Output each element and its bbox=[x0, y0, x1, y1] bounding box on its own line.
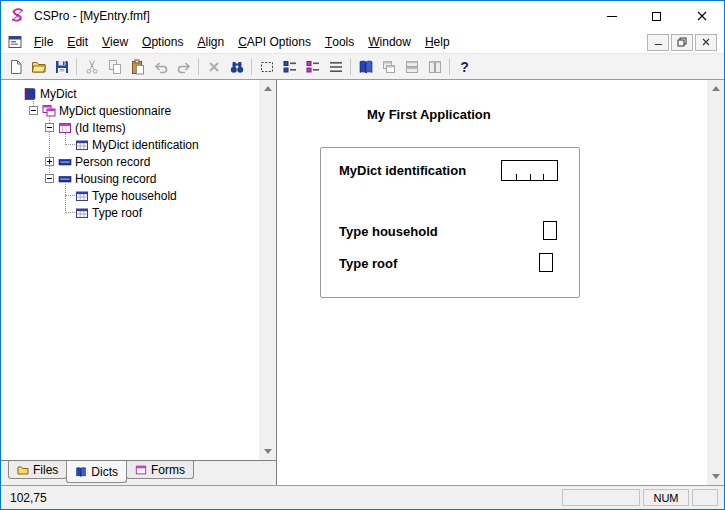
status-panes: NUM bbox=[562, 489, 718, 506]
form-canvas[interactable]: My First Application MyDict identificati… bbox=[277, 80, 707, 485]
forms-form-icon bbox=[135, 464, 147, 476]
maximize-button[interactable] bbox=[634, 1, 679, 31]
status-pane-empty bbox=[692, 489, 718, 506]
toolbar-undo-button[interactable] bbox=[149, 56, 172, 78]
toolbar-selection-mode-button[interactable] bbox=[255, 56, 278, 78]
mdi-restore-icon bbox=[677, 37, 687, 47]
tree-expander-plus-icon[interactable] bbox=[45, 157, 54, 166]
scroll-down-button[interactable] bbox=[259, 443, 276, 460]
arrow-up-icon bbox=[264, 86, 272, 91]
menu-options[interactable]: Options bbox=[135, 31, 190, 53]
mdi-restore-button[interactable] bbox=[671, 34, 693, 51]
tab-forms[interactable]: Forms bbox=[126, 461, 194, 479]
form-document-icon[interactable] bbox=[7, 34, 23, 50]
tree-item-mydict-identification[interactable]: MyDict identification bbox=[1, 136, 259, 153]
toolbar-copy-button[interactable] bbox=[103, 56, 126, 78]
tree-item-mydict[interactable]: MyDict bbox=[1, 85, 259, 102]
record-icon bbox=[58, 172, 72, 186]
toolbar-separator bbox=[76, 58, 77, 75]
form-scrollbar[interactable] bbox=[707, 80, 724, 485]
minimize-button[interactable] bbox=[589, 1, 634, 31]
field-box-mydict-identification[interactable] bbox=[501, 160, 558, 181]
tile-side-by-side-icon bbox=[427, 59, 443, 75]
arrow-down-icon bbox=[264, 449, 272, 454]
tab-dicts-label: Dicts bbox=[91, 465, 118, 479]
toolbar-find-button[interactable] bbox=[225, 56, 248, 78]
id-items-form-icon bbox=[58, 121, 72, 135]
close-icon bbox=[697, 11, 707, 21]
toolbar-help-button[interactable]: ? bbox=[453, 56, 476, 78]
menu-window[interactable]: Window bbox=[361, 31, 418, 53]
help-question-icon: ? bbox=[460, 59, 469, 75]
menu-align[interactable]: Align bbox=[190, 31, 231, 53]
field-label-type-household[interactable]: Type household bbox=[339, 224, 438, 239]
toolbar-open-button[interactable] bbox=[27, 56, 50, 78]
toolbar-cascade-button[interactable] bbox=[377, 56, 400, 78]
window-controls bbox=[589, 1, 724, 31]
menu-capi-options[interactable]: CAPI Options bbox=[231, 31, 318, 53]
record-icon bbox=[58, 155, 72, 169]
scroll-up-button[interactable] bbox=[259, 80, 276, 97]
paste-clipboard-icon bbox=[130, 59, 146, 75]
toolbar-paste-button[interactable] bbox=[126, 56, 149, 78]
toolbar-save-button[interactable] bbox=[50, 56, 73, 78]
tab-forms-label: Forms bbox=[151, 463, 185, 477]
field-label-mydict-identification[interactable]: MyDict identification bbox=[339, 163, 466, 178]
mdi-minimize-button[interactable] bbox=[647, 34, 669, 51]
main-area: MyDict MyDict questionnaire bbox=[1, 79, 724, 486]
view-list-icon bbox=[328, 59, 344, 75]
open-folder-icon bbox=[31, 59, 47, 75]
field-box-type-roof[interactable] bbox=[539, 253, 553, 272]
toolbar-tile-top-bottom-button[interactable] bbox=[400, 56, 423, 78]
toolbar: ? bbox=[1, 54, 724, 79]
tree-item-id-items[interactable]: (Id Items) bbox=[1, 119, 259, 136]
selection-marquee-icon bbox=[259, 59, 275, 75]
mdi-close-icon bbox=[702, 38, 710, 46]
toolbar-view-labels-button[interactable] bbox=[301, 56, 324, 78]
tree-expander-minus-icon[interactable] bbox=[45, 174, 54, 183]
tree-item-label: MyDict identification bbox=[92, 138, 199, 152]
files-folder-icon bbox=[17, 464, 29, 476]
tree-item-type-household[interactable]: Type household bbox=[1, 187, 259, 204]
minimize-icon bbox=[607, 16, 617, 17]
menu-help[interactable]: Help bbox=[418, 31, 457, 53]
tree-expander-minus-icon[interactable] bbox=[45, 123, 54, 132]
tree-item-label: Type household bbox=[92, 189, 177, 203]
toolbar-new-button[interactable] bbox=[4, 56, 27, 78]
toolbar-delete-button[interactable] bbox=[202, 56, 225, 78]
scroll-up-button[interactable] bbox=[707, 80, 724, 97]
tree-item-type-roof[interactable]: Type roof bbox=[1, 204, 259, 221]
toolbar-view-items-button[interactable] bbox=[278, 56, 301, 78]
field-box-type-household[interactable] bbox=[543, 221, 557, 240]
dictionary-book-icon bbox=[23, 87, 37, 101]
scrollbar-track[interactable] bbox=[707, 97, 724, 468]
menu-file[interactable]: File bbox=[27, 31, 60, 53]
dictionary-tree: MyDict MyDict questionnaire bbox=[1, 80, 259, 460]
tree-item-label: Housing record bbox=[75, 172, 156, 186]
tree-item-housing-record[interactable]: Housing record bbox=[1, 170, 259, 187]
find-binoculars-icon bbox=[229, 59, 245, 75]
tree-item-person-record[interactable]: Person record bbox=[1, 153, 259, 170]
scroll-down-button[interactable] bbox=[707, 468, 724, 485]
title-bar: CSPro - [MyEntry.fmf] bbox=[1, 1, 724, 31]
menu-edit[interactable]: Edit bbox=[60, 31, 95, 53]
mdi-close-button[interactable] bbox=[695, 34, 717, 51]
close-button[interactable] bbox=[679, 1, 724, 31]
toolbar-dictionary-button[interactable] bbox=[354, 56, 377, 78]
tree-item-label: MyDict bbox=[40, 87, 77, 101]
menu-view[interactable]: View bbox=[95, 31, 135, 53]
field-label-type-roof[interactable]: Type roof bbox=[339, 256, 397, 271]
toolbar-redo-button[interactable] bbox=[172, 56, 195, 78]
menu-tools[interactable]: Tools bbox=[318, 31, 361, 53]
toolbar-view-list-button[interactable] bbox=[324, 56, 347, 78]
toolbar-tile-side-button[interactable] bbox=[423, 56, 446, 78]
tree-item-mydict-questionnaire[interactable]: MyDict questionnaire bbox=[1, 102, 259, 119]
tree-scrollbar[interactable] bbox=[259, 80, 276, 460]
toolbar-cut-button[interactable] bbox=[80, 56, 103, 78]
toolbar-separator bbox=[350, 58, 351, 75]
tree-expander-minus-icon[interactable] bbox=[29, 106, 38, 115]
tab-files[interactable]: Files bbox=[8, 461, 67, 479]
view-field-labels-icon bbox=[305, 59, 321, 75]
tab-dicts[interactable]: Dicts bbox=[66, 461, 127, 483]
scrollbar-track[interactable] bbox=[259, 97, 276, 443]
